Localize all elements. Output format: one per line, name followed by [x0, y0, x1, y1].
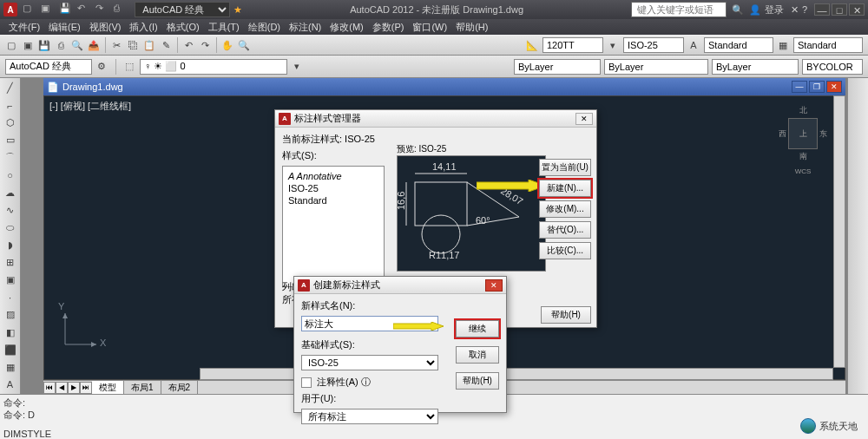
- tab-first-icon[interactable]: ⏮: [43, 382, 56, 394]
- dim-combo-2[interactable]: [623, 37, 684, 53]
- continue-button[interactable]: 继续: [456, 320, 499, 337]
- dialog-close-button[interactable]: ✕: [575, 113, 593, 125]
- maximize-button[interactable]: □: [832, 3, 847, 16]
- new-icon[interactable]: ▢: [3, 37, 19, 53]
- color-combo[interactable]: [514, 59, 601, 75]
- linetype-combo[interactable]: [604, 59, 708, 75]
- menu-window[interactable]: 窗口(W): [409, 20, 450, 35]
- doc-close-button[interactable]: ✕: [826, 81, 842, 93]
- ellipse-icon[interactable]: ⬭: [1, 220, 20, 236]
- annotative-checkbox[interactable]: [301, 377, 312, 388]
- tablestyle-combo[interactable]: [793, 37, 863, 53]
- menu-view[interactable]: 视图(V): [86, 20, 125, 35]
- login-label[interactable]: 登录: [765, 3, 784, 16]
- point-icon[interactable]: ·: [1, 289, 20, 305]
- block-icon[interactable]: ▣: [1, 272, 20, 288]
- circle-icon[interactable]: ○: [1, 167, 20, 184]
- base-style-combo[interactable]: ISO-25: [301, 355, 438, 370]
- paste-icon[interactable]: 📋: [141, 37, 157, 53]
- menu-file[interactable]: 文件(F): [5, 20, 43, 35]
- modify-button[interactable]: 修改(M)...: [539, 200, 591, 218]
- menu-tools[interactable]: 工具(T): [205, 20, 243, 35]
- doc-minimize-button[interactable]: —: [792, 81, 807, 93]
- style-item[interactable]: A Annotative: [286, 170, 380, 182]
- help-button[interactable]: 帮助(H): [456, 372, 499, 390]
- tab-next-icon[interactable]: ▶: [68, 382, 80, 394]
- menu-edit[interactable]: 编辑(E): [45, 20, 84, 35]
- arc-icon[interactable]: ⌒: [1, 149, 20, 166]
- zoom-icon[interactable]: 🔍: [236, 37, 252, 53]
- undo-icon[interactable]: ↶: [77, 3, 91, 16]
- tab-layout1[interactable]: 布局1: [124, 381, 161, 394]
- textstyle-combo[interactable]: [704, 37, 773, 53]
- polygon-icon[interactable]: ⬡: [1, 115, 20, 131]
- tab-prev-icon[interactable]: ◀: [56, 382, 68, 394]
- open-icon[interactable]: ▣: [20, 37, 36, 53]
- compare-button[interactable]: 比较(C)...: [539, 242, 591, 259]
- menu-dimension[interactable]: 标注(N): [286, 20, 325, 35]
- layer-tools-icon[interactable]: ▾: [289, 59, 305, 75]
- app-logo[interactable]: A: [3, 3, 17, 16]
- minimize-button[interactable]: —: [814, 3, 830, 16]
- dim-icon[interactable]: 📐: [524, 37, 540, 53]
- tab-last-icon[interactable]: ⏭: [80, 382, 92, 394]
- menu-insert[interactable]: 插入(I): [126, 20, 161, 35]
- tablestyle-icon[interactable]: ▦: [775, 37, 791, 53]
- region-icon[interactable]: ⬛: [1, 342, 20, 358]
- mtext-icon[interactable]: A: [1, 377, 20, 393]
- ellipse-arc-icon[interactable]: ◗: [1, 237, 20, 253]
- search-input[interactable]: [631, 2, 727, 17]
- style-item[interactable]: ISO-25: [286, 182, 380, 194]
- redo-icon[interactable]: ↷: [197, 37, 213, 53]
- exchange-icon[interactable]: ✕: [791, 4, 799, 16]
- new-icon[interactable]: ▢: [23, 3, 36, 16]
- menu-parametric[interactable]: 参数(P): [369, 20, 408, 35]
- table-icon[interactable]: ▦: [1, 359, 20, 376]
- undo-icon[interactable]: ↶: [181, 37, 196, 53]
- tab-layout2[interactable]: 布局2: [161, 381, 199, 394]
- cut-icon[interactable]: ✂: [108, 37, 124, 53]
- menu-format[interactable]: 格式(O): [163, 20, 203, 35]
- new-button[interactable]: 新建(N)...: [539, 180, 591, 197]
- workspace-selector[interactable]: AutoCAD 经典: [135, 2, 230, 17]
- user-icon[interactable]: 👤: [749, 4, 761, 16]
- help-button[interactable]: 帮助(H): [541, 306, 591, 324]
- save-icon[interactable]: 💾: [59, 3, 73, 16]
- dialog2-close-button[interactable]: ✕: [485, 279, 503, 292]
- dialog-titlebar[interactable]: A 标注样式管理器 ✕: [275, 110, 596, 128]
- preview-icon[interactable]: 🔍: [69, 37, 85, 53]
- use-for-combo[interactable]: 所有标注: [301, 409, 438, 424]
- plotstyle-combo[interactable]: [802, 59, 863, 75]
- copy-icon[interactable]: ⿻: [125, 37, 141, 53]
- scrollbar-vertical[interactable]: [833, 95, 845, 368]
- open-icon[interactable]: ▣: [41, 3, 55, 16]
- dimstyle-icon[interactable]: ▾: [605, 37, 621, 53]
- set-current-button[interactable]: 置为当前(U): [539, 159, 591, 176]
- style-item[interactable]: Standard: [286, 194, 380, 206]
- redo-icon[interactable]: ↷: [95, 3, 109, 16]
- menu-modify[interactable]: 修改(M): [326, 20, 367, 35]
- insert-icon[interactable]: ⊞: [1, 254, 20, 271]
- cancel-button[interactable]: 取消: [456, 346, 499, 364]
- style-listbox[interactable]: A Annotative ISO-25 Standard: [282, 166, 385, 287]
- viewport-label[interactable]: [-] [俯视] [二维线框]: [49, 100, 131, 113]
- override-button[interactable]: 替代(O)...: [539, 221, 591, 239]
- layer-icon[interactable]: ⬚: [122, 59, 137, 75]
- spline-icon[interactable]: ∿: [1, 202, 20, 219]
- dim-combo-1[interactable]: [542, 37, 603, 53]
- match-icon[interactable]: ✎: [158, 37, 174, 53]
- tab-model[interactable]: 模型: [92, 381, 124, 394]
- revcloud-icon[interactable]: ☁: [1, 185, 20, 201]
- polyline-icon[interactable]: ⌐: [1, 97, 20, 114]
- line-icon[interactable]: ╱: [1, 80, 20, 96]
- doc-restore-button[interactable]: ❐: [809, 81, 825, 93]
- publish-icon[interactable]: 📤: [86, 37, 102, 53]
- gradient-icon[interactable]: ◧: [1, 324, 20, 341]
- layer-combo[interactable]: [140, 59, 287, 75]
- help-icon[interactable]: ?: [802, 4, 807, 15]
- viewcube[interactable]: 北 西 上 东 南 WCS: [779, 105, 827, 166]
- favorite-icon[interactable]: ★: [233, 4, 242, 16]
- print-icon[interactable]: ⎙: [53, 37, 69, 53]
- gear-icon[interactable]: ⚙: [94, 59, 109, 75]
- rectangle-icon[interactable]: ▭: [1, 132, 20, 148]
